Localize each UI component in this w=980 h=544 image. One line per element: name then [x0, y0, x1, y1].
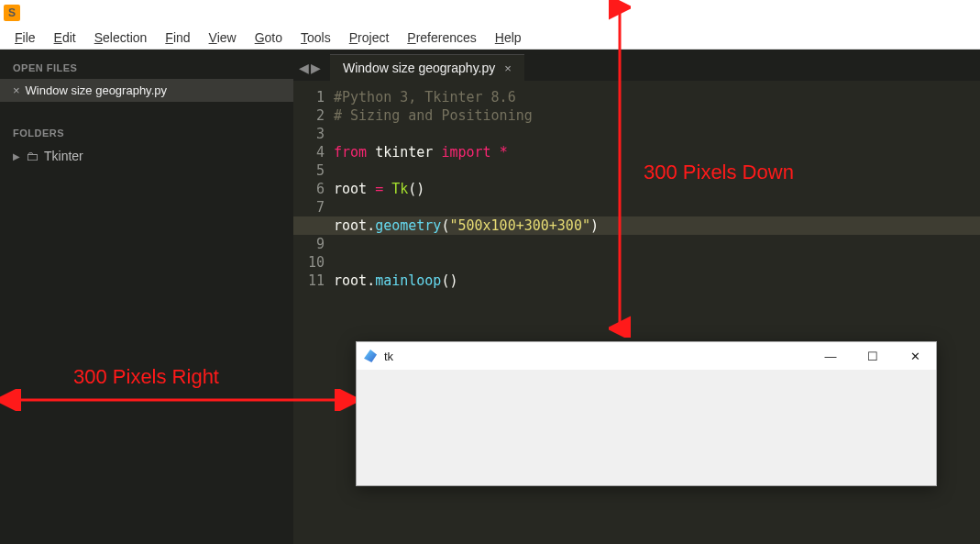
menu-help[interactable]: Help [486, 28, 531, 47]
tk-window-controls: — ☐ ✕ [809, 342, 936, 370]
menu-project[interactable]: Project [340, 28, 399, 47]
folder-name: Tkinter [44, 149, 83, 163]
open-file-name: Window size geography.py [26, 83, 167, 97]
tab-prev-icon[interactable]: ◀ [299, 61, 309, 75]
menu-goto[interactable]: Goto [246, 28, 292, 47]
tk-title-text: tk [384, 350, 393, 363]
line-gutter: 1234567891011 [293, 81, 334, 290]
open-file-item[interactable]: × Window size geography.py [0, 79, 293, 102]
tk-titlebar[interactable]: tk — ☐ ✕ [357, 342, 936, 370]
expand-icon[interactable]: ▶ [13, 151, 20, 161]
menu-tools[interactable]: Tools [292, 28, 340, 47]
annotation-down: 300 Pixels Down [644, 161, 794, 184]
folder-item[interactable]: ▶ 🗀 Tkinter [0, 144, 293, 168]
sublime-icon: S [4, 5, 20, 21]
menu-view[interactable]: View [200, 28, 246, 47]
tab-close-icon[interactable]: × [504, 61, 512, 75]
folders-header: FOLDERS [0, 122, 293, 144]
tk-close-button[interactable]: ✕ [894, 342, 936, 370]
editor-tab[interactable]: Window size geography.py × [330, 54, 524, 81]
annotation-right: 300 Pixels Right [73, 365, 219, 389]
tab-nav[interactable]: ◀ ▶ [293, 61, 330, 81]
sidebar: OPEN FILES × Window size geography.py FO… [0, 50, 293, 544]
menu-find[interactable]: Find [156, 28, 199, 47]
menu-file[interactable]: File [6, 28, 45, 47]
title-bar: S [0, 0, 980, 26]
close-file-icon[interactable]: × [13, 83, 20, 97]
code-content[interactable]: #Python 3, Tkinter 8.6# Sizing and Posit… [334, 81, 599, 290]
code-area[interactable]: 1234567891011 #Python 3, Tkinter 8.6# Si… [293, 81, 980, 290]
menu-preferences[interactable]: Preferences [398, 28, 486, 47]
tab-next-icon[interactable]: ▶ [311, 61, 321, 75]
tab-label: Window size geography.py [343, 61, 495, 75]
tk-window[interactable]: tk — ☐ ✕ [356, 341, 937, 486]
tk-minimize-button[interactable]: — [809, 342, 852, 370]
tk-icon [364, 350, 377, 362]
open-files-header: OPEN FILES [0, 57, 293, 79]
menu-bar: FileEditSelectionFindViewGotoToolsProjec… [0, 26, 980, 50]
folder-icon: 🗀 [26, 149, 39, 163]
menu-edit[interactable]: Edit [45, 28, 85, 47]
tab-strip: ◀ ▶ Window size geography.py × [293, 50, 980, 81]
tk-maximize-button[interactable]: ☐ [852, 342, 894, 370]
menu-selection[interactable]: Selection [85, 28, 157, 47]
